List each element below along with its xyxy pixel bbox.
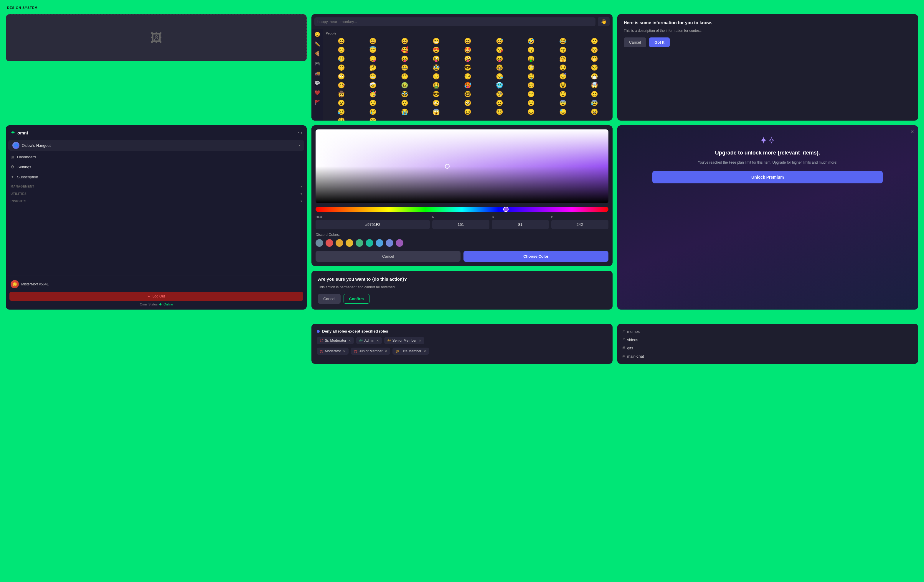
emoji-item[interactable]: 😧 <box>516 99 546 107</box>
emoji-item[interactable]: 😙 <box>548 46 578 54</box>
emoji-item[interactable]: 😕 <box>516 90 546 98</box>
emoji-item[interactable]: 😒 <box>579 63 610 72</box>
nav-section-management[interactable]: MANAGEMENT ▾ <box>6 182 307 189</box>
role-remove-button[interactable]: ✕ <box>419 339 421 342</box>
sidebar-item-dashboard[interactable]: ⊞ Dashboard <box>6 152 307 162</box>
premium-close-icon[interactable]: ✕ <box>910 129 914 134</box>
role-remove-button[interactable]: ✕ <box>423 349 426 353</box>
discord-color-swatch[interactable] <box>356 239 363 247</box>
emoji-item[interactable]: 😌 <box>421 72 452 81</box>
emoji-item[interactable]: 😳 <box>421 99 452 107</box>
emoji-sidebar-icon-smiley[interactable]: 😊 <box>314 31 320 37</box>
emoji-item[interactable]: 😨 <box>548 99 578 107</box>
emoji-sidebar-icon-pencil[interactable]: ✏️ <box>314 41 320 47</box>
emoji-item[interactable]: 😝 <box>484 55 515 63</box>
sidebar-item-settings[interactable]: ⚙ Settings <box>6 162 307 172</box>
emoji-item[interactable]: 🤕 <box>357 81 388 89</box>
emoji-item[interactable]: 😟 <box>548 90 578 98</box>
color-gradient-area[interactable] <box>315 129 608 203</box>
emoji-item[interactable]: 😢 <box>357 107 388 116</box>
emoji-item[interactable]: 🥳 <box>357 90 388 98</box>
emoji-item[interactable]: 😵 <box>548 81 578 89</box>
role-remove-button[interactable]: ✕ <box>343 349 346 353</box>
emoji-sidebar-icon-heart[interactable]: ❤️ <box>314 90 320 96</box>
logout-button[interactable]: ↩ Log Out <box>10 292 303 301</box>
emoji-sidebar-icon-flag[interactable]: 🚩 <box>314 100 320 105</box>
emoji-search-btn[interactable]: 👋 <box>598 17 610 26</box>
emoji-item[interactable]: 🤓 <box>452 90 483 98</box>
discord-color-swatch[interactable] <box>346 239 353 247</box>
emoji-item[interactable]: 🤑 <box>516 55 546 63</box>
emoji-item[interactable]: 😰 <box>579 99 610 107</box>
emoji-item[interactable]: 🙁 <box>579 90 610 98</box>
emoji-item[interactable]: 😥 <box>325 107 356 116</box>
emoji-item[interactable]: 🤗 <box>548 55 578 63</box>
emoji-item[interactable]: 🥱 <box>357 116 388 121</box>
emoji-item[interactable]: 😄 <box>389 37 420 45</box>
emoji-item[interactable]: 🤫 <box>325 63 356 72</box>
emoji-item[interactable]: 🤮 <box>421 81 452 89</box>
emoji-item[interactable]: 😱 <box>421 107 452 116</box>
emoji-item[interactable]: 😏 <box>548 63 578 72</box>
channel-item[interactable]: #memes <box>622 329 913 334</box>
emoji-item[interactable]: 😘 <box>484 46 515 54</box>
emoji-item[interactable]: 😪 <box>484 72 515 81</box>
choose-color-button[interactable]: Choose Color <box>464 251 609 262</box>
hue-slider[interactable] <box>315 207 608 212</box>
emoji-item[interactable]: 🥸 <box>421 63 452 72</box>
sidebar-item-subscription[interactable]: ✦ Subscription <box>6 172 307 182</box>
g-input[interactable] <box>492 220 549 229</box>
emoji-item[interactable]: 😁 <box>421 37 452 45</box>
b-input[interactable] <box>551 220 609 229</box>
emoji-item[interactable]: 🤠 <box>325 90 356 98</box>
emoji-item[interactable]: 😬 <box>357 72 388 81</box>
confirm-cancel-button[interactable]: Cancel <box>318 294 340 304</box>
discord-color-swatch[interactable] <box>396 239 403 247</box>
emoji-item[interactable]: 😜 <box>421 55 452 63</box>
emoji-item[interactable]: 🧐 <box>516 63 546 72</box>
emoji-item[interactable]: 🤓 <box>484 63 515 72</box>
emoji-item[interactable]: 😍 <box>421 46 452 54</box>
emoji-item[interactable]: 🥰 <box>389 46 420 54</box>
emoji-item[interactable]: 🤯 <box>579 81 610 89</box>
emoji-item[interactable]: 😮 <box>325 99 356 107</box>
info-cancel-button[interactable]: Cancel <box>624 38 646 47</box>
emoji-item[interactable]: 😓 <box>548 107 578 116</box>
emoji-sidebar-icon-truck[interactable]: 🚚 <box>314 71 320 76</box>
emoji-item[interactable]: 😴 <box>548 72 578 81</box>
emoji-item[interactable]: 🤩 <box>452 46 483 54</box>
info-gotit-button[interactable]: Got It <box>649 38 670 47</box>
discord-color-swatch[interactable] <box>386 239 393 247</box>
nav-logout-icon[interactable]: ↪ <box>298 130 302 136</box>
emoji-item[interactable]: 🤢 <box>389 81 420 89</box>
channel-item[interactable]: #main-chat <box>622 353 913 359</box>
emoji-item[interactable]: 😅 <box>484 37 515 45</box>
emoji-item[interactable]: 🥴 <box>516 81 546 89</box>
emoji-item[interactable]: 😎 <box>452 63 483 72</box>
emoji-item[interactable]: 🤒 <box>325 81 356 89</box>
emoji-item[interactable]: 😊 <box>325 46 356 54</box>
emoji-item[interactable]: 😀 <box>325 37 356 45</box>
emoji-item[interactable]: 🥶 <box>484 81 515 89</box>
color-cancel-button[interactable]: Cancel <box>315 251 460 262</box>
emoji-item[interactable]: 😞 <box>516 107 546 116</box>
emoji-item[interactable]: 😃 <box>357 37 388 45</box>
nav-workspace-selector[interactable]: 🌀 Oslow's Hangout ▾ <box>8 140 304 150</box>
discord-color-swatch[interactable] <box>336 239 343 247</box>
emoji-item[interactable]: 😆 <box>452 37 483 45</box>
emoji-sidebar-icon-chat[interactable]: 💬 <box>314 80 320 86</box>
emoji-item[interactable]: 🥺 <box>452 99 483 107</box>
channel-item[interactable]: #videos <box>622 337 913 342</box>
emoji-item[interactable]: 😂 <box>548 37 578 45</box>
emoji-item[interactable]: 🤣 <box>516 37 546 45</box>
emoji-item[interactable]: 😭 <box>389 107 420 116</box>
discord-color-swatch[interactable] <box>315 239 323 247</box>
emoji-item[interactable]: 🤪 <box>452 55 483 63</box>
emoji-item[interactable]: 🥸 <box>389 90 420 98</box>
emoji-item[interactable]: 🤭 <box>579 55 610 63</box>
discord-color-swatch[interactable] <box>366 239 373 247</box>
emoji-sidebar-icon-food[interactable]: 🍕 <box>314 51 320 56</box>
emoji-item[interactable]: 😷 <box>579 72 610 81</box>
emoji-item[interactable]: 😋 <box>357 55 388 63</box>
nav-section-insights[interactable]: INSIGHTS ▾ <box>6 197 307 204</box>
